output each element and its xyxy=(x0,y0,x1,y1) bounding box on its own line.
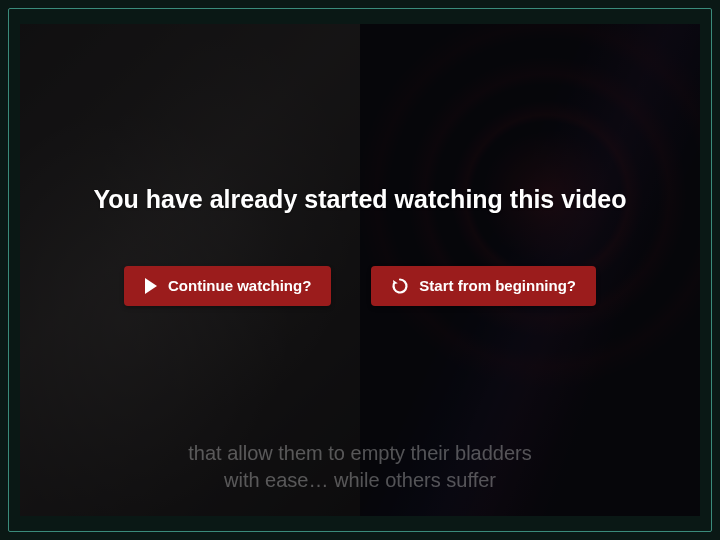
dialog-heading: You have already started watching this v… xyxy=(93,185,626,214)
video-caption: that allow them to empty their bladders … xyxy=(20,440,700,494)
continue-watching-button[interactable]: Continue watching? xyxy=(124,266,331,306)
resume-overlay: You have already started watching this v… xyxy=(20,24,700,516)
continue-button-label: Continue watching? xyxy=(168,277,311,294)
play-icon xyxy=(144,278,158,294)
video-player: You have already started watching this v… xyxy=(20,24,700,516)
caption-line-2: with ease… while others suffer xyxy=(60,467,660,494)
restart-button[interactable]: Start from beginning? xyxy=(371,266,596,306)
resume-dialog: You have already started watching this v… xyxy=(93,185,626,306)
caption-line-1: that allow them to empty their bladders xyxy=(60,440,660,467)
dialog-actions: Continue watching? Start from beginning? xyxy=(124,266,596,306)
restart-icon xyxy=(391,277,409,295)
restart-button-label: Start from beginning? xyxy=(419,277,576,294)
